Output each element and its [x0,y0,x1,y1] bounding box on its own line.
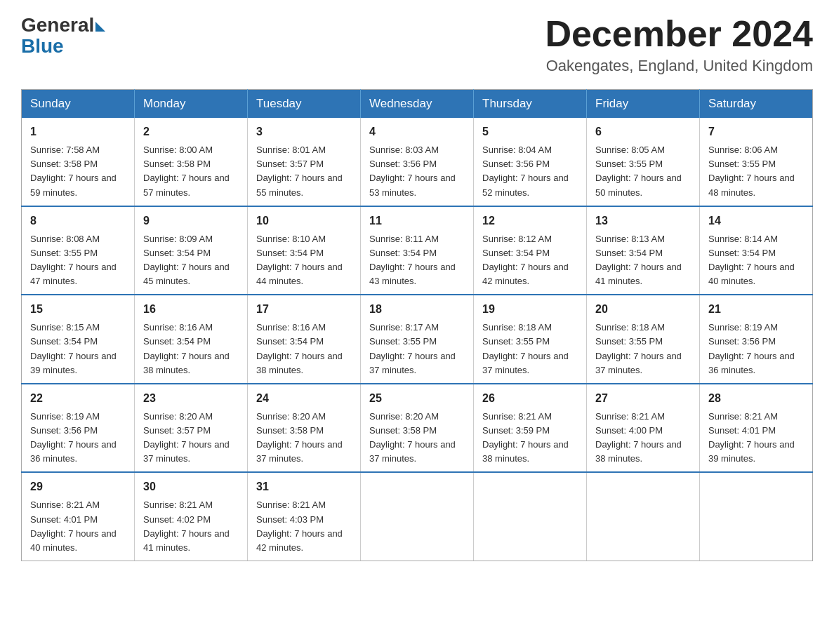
day-info: Sunrise: 8:18 AMSunset: 3:55 PMDaylight:… [595,322,682,375]
day-number: 21 [708,301,804,318]
day-info: Sunrise: 8:11 AMSunset: 3:54 PMDaylight:… [369,234,456,286]
calendar-day-cell: 16 Sunrise: 8:16 AMSunset: 3:54 PMDaylig… [135,295,248,384]
day-info: Sunrise: 8:19 AMSunset: 3:56 PMDaylight:… [708,322,795,375]
month-title: December 2024 [545,14,813,54]
day-info: Sunrise: 8:16 AMSunset: 3:54 PMDaylight:… [143,322,230,375]
calendar-day-cell: 9 Sunrise: 8:09 AMSunset: 3:54 PMDayligh… [135,206,248,295]
day-info: Sunrise: 8:20 AMSunset: 3:58 PMDaylight:… [256,411,343,464]
calendar-day-cell: 23 Sunrise: 8:20 AMSunset: 3:57 PMDaylig… [135,384,248,473]
calendar-day-cell: 13 Sunrise: 8:13 AMSunset: 3:54 PMDaylig… [587,206,700,295]
logo-arrow-icon [95,22,105,32]
day-number: 6 [595,123,691,140]
weekday-header-row: SundayMondayTuesdayWednesdayThursdayFrid… [22,90,813,119]
calendar-table: SundayMondayTuesdayWednesdayThursdayFrid… [21,89,813,561]
location-title: Oakengates, England, United Kingdom [545,57,813,75]
day-number: 23 [143,390,239,407]
calendar-day-cell: 25 Sunrise: 8:20 AMSunset: 3:58 PMDaylig… [361,384,474,473]
day-info: Sunrise: 8:17 AMSunset: 3:55 PMDaylight:… [369,322,456,375]
calendar-day-cell: 27 Sunrise: 8:21 AMSunset: 4:00 PMDaylig… [587,384,700,473]
day-info: Sunrise: 8:16 AMSunset: 3:54 PMDaylight:… [256,322,343,375]
day-info: Sunrise: 8:21 AMSunset: 4:00 PMDaylight:… [595,411,682,464]
logo-general-text: General [21,14,94,36]
calendar-day-cell: 21 Sunrise: 8:19 AMSunset: 3:56 PMDaylig… [700,295,813,384]
calendar-day-cell: 10 Sunrise: 8:10 AMSunset: 3:54 PMDaylig… [248,206,361,295]
weekday-header-thursday: Thursday [474,90,587,119]
calendar-day-cell: 28 Sunrise: 8:21 AMSunset: 4:01 PMDaylig… [700,384,813,473]
day-number: 2 [143,123,239,140]
day-number: 8 [30,213,126,229]
day-info: Sunrise: 8:21 AMSunset: 4:01 PMDaylight:… [30,499,117,552]
calendar-day-cell [474,472,587,561]
calendar-week-row: 22 Sunrise: 8:19 AMSunset: 3:56 PMDaylig… [22,384,813,473]
day-info: Sunrise: 8:21 AMSunset: 4:02 PMDaylight:… [143,499,230,552]
day-number: 19 [482,301,578,318]
weekday-header-tuesday: Tuesday [248,90,361,119]
day-number: 27 [595,390,691,407]
day-info: Sunrise: 8:20 AMSunset: 3:57 PMDaylight:… [143,411,230,464]
day-number: 1 [30,123,126,140]
day-info: Sunrise: 8:08 AMSunset: 3:55 PMDaylight:… [30,234,117,286]
day-number: 14 [708,213,804,229]
title-section: December 2024 Oakengates, England, Unite… [545,14,813,75]
day-number: 25 [369,390,465,407]
calendar-day-cell: 22 Sunrise: 8:19 AMSunset: 3:56 PMDaylig… [22,384,135,473]
logo: General Blue [21,14,105,58]
day-number: 17 [256,301,352,318]
weekday-header-monday: Monday [135,90,248,119]
weekday-header-saturday: Saturday [700,90,813,119]
calendar-day-cell [700,472,813,561]
day-info: Sunrise: 8:20 AMSunset: 3:58 PMDaylight:… [369,411,456,464]
calendar-day-cell: 5 Sunrise: 8:04 AMSunset: 3:56 PMDayligh… [474,118,587,206]
calendar-day-cell: 31 Sunrise: 8:21 AMSunset: 4:03 PMDaylig… [248,472,361,561]
day-number: 9 [143,213,239,229]
calendar-day-cell: 4 Sunrise: 8:03 AMSunset: 3:56 PMDayligh… [361,118,474,206]
day-number: 26 [482,390,578,407]
day-info: Sunrise: 8:04 AMSunset: 3:56 PMDaylight:… [482,145,569,197]
calendar-week-row: 1 Sunrise: 7:58 AMSunset: 3:58 PMDayligh… [22,118,813,206]
calendar-day-cell: 14 Sunrise: 8:14 AMSunset: 3:54 PMDaylig… [700,206,813,295]
day-info: Sunrise: 8:21 AMSunset: 3:59 PMDaylight:… [482,411,569,464]
day-number: 18 [369,301,465,318]
day-info: Sunrise: 8:06 AMSunset: 3:55 PMDaylight:… [708,145,795,197]
day-number: 28 [708,390,804,407]
calendar-day-cell: 19 Sunrise: 8:18 AMSunset: 3:55 PMDaylig… [474,295,587,384]
calendar-day-cell: 29 Sunrise: 8:21 AMSunset: 4:01 PMDaylig… [22,472,135,561]
day-number: 3 [256,123,352,140]
day-number: 16 [143,301,239,318]
calendar-week-row: 15 Sunrise: 8:15 AMSunset: 3:54 PMDaylig… [22,295,813,384]
day-number: 13 [595,213,691,229]
calendar-week-row: 29 Sunrise: 8:21 AMSunset: 4:01 PMDaylig… [22,472,813,561]
calendar-day-cell: 20 Sunrise: 8:18 AMSunset: 3:55 PMDaylig… [587,295,700,384]
calendar-day-cell [361,472,474,561]
day-number: 29 [30,478,126,495]
day-number: 4 [369,123,465,140]
day-info: Sunrise: 8:05 AMSunset: 3:55 PMDaylight:… [595,145,682,197]
day-number: 31 [256,478,352,495]
day-number: 10 [256,213,352,229]
weekday-header-wednesday: Wednesday [361,90,474,119]
calendar-day-cell [587,472,700,561]
calendar-day-cell: 6 Sunrise: 8:05 AMSunset: 3:55 PMDayligh… [587,118,700,206]
day-info: Sunrise: 8:15 AMSunset: 3:54 PMDaylight:… [30,322,117,375]
day-info: Sunrise: 8:21 AMSunset: 4:01 PMDaylight:… [708,411,795,464]
day-info: Sunrise: 8:19 AMSunset: 3:56 PMDaylight:… [30,411,117,464]
calendar-day-cell: 30 Sunrise: 8:21 AMSunset: 4:02 PMDaylig… [135,472,248,561]
calendar-day-cell: 7 Sunrise: 8:06 AMSunset: 3:55 PMDayligh… [700,118,813,206]
calendar-day-cell: 2 Sunrise: 8:00 AMSunset: 3:58 PMDayligh… [135,118,248,206]
day-number: 20 [595,301,691,318]
calendar-day-cell: 3 Sunrise: 8:01 AMSunset: 3:57 PMDayligh… [248,118,361,206]
weekday-header-sunday: Sunday [22,90,135,119]
weekday-header-friday: Friday [587,90,700,119]
day-info: Sunrise: 8:00 AMSunset: 3:58 PMDaylight:… [143,145,230,197]
calendar-day-cell: 24 Sunrise: 8:20 AMSunset: 3:58 PMDaylig… [248,384,361,473]
day-number: 30 [143,478,239,495]
calendar-day-cell: 15 Sunrise: 8:15 AMSunset: 3:54 PMDaylig… [22,295,135,384]
day-number: 12 [482,213,578,229]
calendar-day-cell: 18 Sunrise: 8:17 AMSunset: 3:55 PMDaylig… [361,295,474,384]
day-info: Sunrise: 8:09 AMSunset: 3:54 PMDaylight:… [143,234,230,286]
calendar-day-cell: 11 Sunrise: 8:11 AMSunset: 3:54 PMDaylig… [361,206,474,295]
day-info: Sunrise: 8:18 AMSunset: 3:55 PMDaylight:… [482,322,569,375]
day-info: Sunrise: 8:03 AMSunset: 3:56 PMDaylight:… [369,145,456,197]
day-info: Sunrise: 8:10 AMSunset: 3:54 PMDaylight:… [256,234,343,286]
logo-blue-text: Blue [21,35,64,58]
